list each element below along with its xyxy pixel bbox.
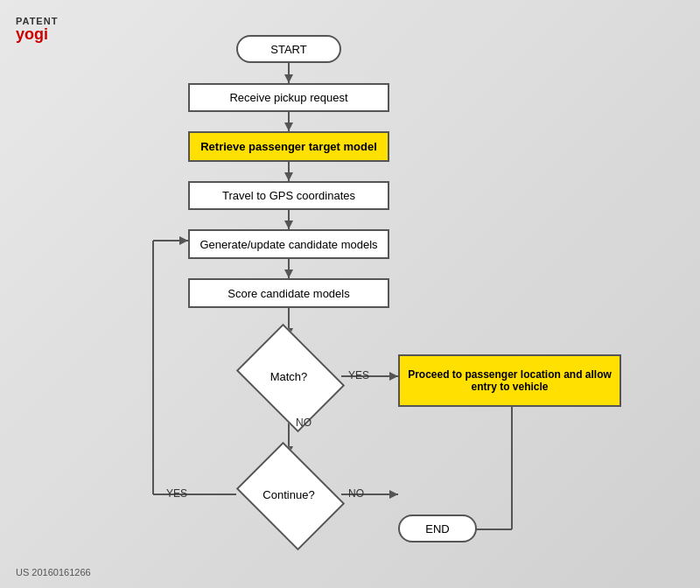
end-shape: END [398,514,477,542]
step2-box: Retrieve passenger target model [188,131,389,162]
start-label: START [270,43,306,56]
patent-number: US 20160161266 [16,567,91,578]
step1-box: Receive pickup request [188,83,389,112]
decision2-label: Continue? [262,488,314,501]
end-label: END [425,522,449,536]
decision2-shape: Continue? [236,455,341,534]
step2-label: Retrieve passenger target model [200,140,377,153]
decision1-label: Match? [270,370,308,383]
yes-label-1: YES [348,369,369,382]
no-label-1: NO [296,416,312,429]
logo: PATENT yogi [16,16,58,42]
svg-marker-24 [389,490,398,499]
start-shape: START [236,35,341,63]
step3-box: Travel to GPS coordinates [188,181,389,210]
step1-label: Receive pickup request [229,91,347,104]
svg-marker-9 [284,270,293,278]
svg-marker-13 [389,372,398,381]
svg-marker-5 [284,172,293,181]
step4-box: Generate/update candidate models [188,229,389,259]
no-label-2: NO [348,487,364,500]
svg-marker-7 [284,220,293,229]
svg-marker-22 [179,236,188,245]
decision1-shape: Match? [236,337,341,416]
step4-label: Generate/update candidate models [200,238,377,251]
svg-marker-1 [284,74,293,83]
action-yes-box: Proceed to passenger location and allow … [398,354,621,407]
step5-box: Score candidate models [188,278,389,308]
step3-label: Travel to GPS coordinates [222,189,355,202]
step5-label: Score candidate models [228,287,349,300]
svg-marker-3 [284,122,293,131]
yes-label-2: YES [166,487,187,500]
action-yes-label: Proceed to passenger location and allow … [400,365,620,396]
logo-yogi-text: yogi [16,26,58,42]
